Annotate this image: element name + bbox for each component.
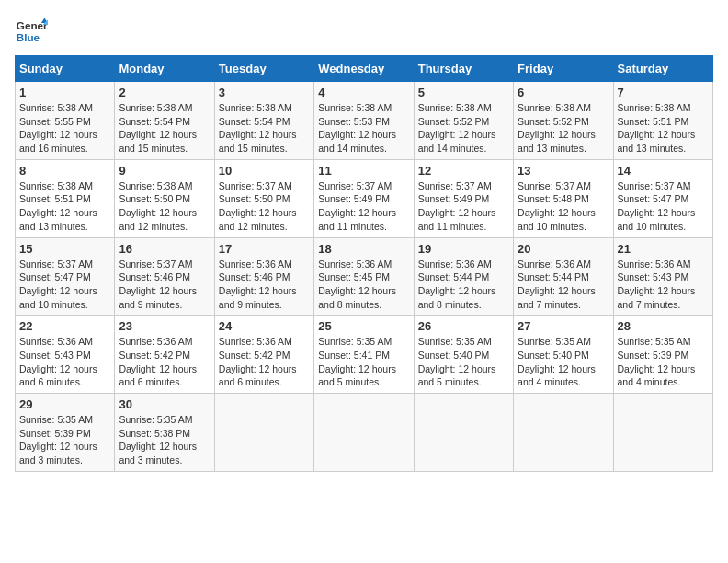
day-number: 3 bbox=[219, 86, 310, 99]
day-info: Sunrise: 5:35 AMSunset: 5:40 PMDaylight:… bbox=[418, 335, 509, 389]
day-number: 6 bbox=[518, 86, 609, 99]
day-number: 20 bbox=[518, 242, 609, 256]
day-info: Sunrise: 5:37 AMSunset: 5:47 PMDaylight:… bbox=[618, 179, 709, 234]
calendar-week-row: 29 Sunrise: 5:35 AMSunset: 5:39 PMDaylig… bbox=[16, 394, 713, 472]
day-number: 27 bbox=[518, 319, 609, 333]
calendar-day-cell: 9 Sunrise: 5:38 AMSunset: 5:50 PMDayligh… bbox=[115, 159, 214, 237]
day-number: 15 bbox=[19, 242, 110, 256]
calendar-day-cell: 15 Sunrise: 5:37 AMSunset: 5:47 PMDaylig… bbox=[16, 237, 115, 316]
day-number: 4 bbox=[318, 86, 409, 99]
day-info: Sunrise: 5:36 AMSunset: 5:42 PMDaylight:… bbox=[219, 335, 310, 389]
calendar-day-cell: 8 Sunrise: 5:38 AMSunset: 5:51 PMDayligh… bbox=[16, 159, 115, 237]
calendar-day-cell: 24 Sunrise: 5:36 AMSunset: 5:42 PMDaylig… bbox=[214, 316, 313, 394]
day-number: 24 bbox=[219, 319, 310, 333]
svg-text:Blue: Blue bbox=[17, 31, 40, 43]
day-info: Sunrise: 5:35 AMSunset: 5:39 PMDaylight:… bbox=[618, 335, 709, 389]
calendar-day-cell: 13 Sunrise: 5:37 AMSunset: 5:48 PMDaylig… bbox=[514, 159, 613, 237]
header-wednesday: Wednesday bbox=[314, 56, 414, 82]
calendar-day-cell bbox=[314, 394, 414, 472]
day-info: Sunrise: 5:38 AMSunset: 5:51 PMDaylight:… bbox=[618, 101, 709, 155]
calendar-day-cell bbox=[514, 394, 613, 472]
day-number: 9 bbox=[119, 164, 210, 178]
logo: General Blue bbox=[15, 15, 48, 48]
calendar-week-row: 1 Sunrise: 5:38 AMSunset: 5:55 PMDayligh… bbox=[16, 82, 713, 160]
day-info: Sunrise: 5:38 AMSunset: 5:50 PMDaylight:… bbox=[119, 179, 210, 234]
day-number: 28 bbox=[618, 319, 709, 333]
page-header: General Blue bbox=[15, 15, 713, 48]
day-info: Sunrise: 5:38 AMSunset: 5:52 PMDaylight:… bbox=[518, 101, 609, 155]
header-friday: Friday bbox=[514, 56, 613, 82]
calendar-day-cell: 14 Sunrise: 5:37 AMSunset: 5:47 PMDaylig… bbox=[613, 159, 712, 237]
calendar-day-cell: 21 Sunrise: 5:36 AMSunset: 5:43 PMDaylig… bbox=[613, 237, 712, 316]
calendar-day-cell: 23 Sunrise: 5:36 AMSunset: 5:42 PMDaylig… bbox=[115, 316, 214, 394]
day-number: 23 bbox=[119, 319, 210, 333]
calendar-day-cell: 30 Sunrise: 5:35 AMSunset: 5:38 PMDaylig… bbox=[115, 394, 214, 472]
calendar-day-cell: 3 Sunrise: 5:38 AMSunset: 5:54 PMDayligh… bbox=[214, 82, 313, 160]
calendar-day-cell: 20 Sunrise: 5:36 AMSunset: 5:44 PMDaylig… bbox=[514, 237, 613, 316]
day-info: Sunrise: 5:38 AMSunset: 5:54 PMDaylight:… bbox=[119, 101, 210, 155]
day-info: Sunrise: 5:37 AMSunset: 5:49 PMDaylight:… bbox=[418, 179, 509, 234]
calendar-day-cell: 5 Sunrise: 5:38 AMSunset: 5:52 PMDayligh… bbox=[414, 82, 513, 160]
calendar-week-row: 8 Sunrise: 5:38 AMSunset: 5:51 PMDayligh… bbox=[16, 159, 713, 237]
day-number: 8 bbox=[19, 164, 110, 178]
day-info: Sunrise: 5:36 AMSunset: 5:43 PMDaylight:… bbox=[618, 258, 709, 312]
calendar-week-row: 22 Sunrise: 5:36 AMSunset: 5:43 PMDaylig… bbox=[16, 316, 713, 394]
header-saturday: Saturday bbox=[613, 56, 712, 82]
day-info: Sunrise: 5:38 AMSunset: 5:51 PMDaylight:… bbox=[19, 179, 110, 234]
calendar-day-cell: 4 Sunrise: 5:38 AMSunset: 5:53 PMDayligh… bbox=[314, 82, 414, 160]
calendar-day-cell: 2 Sunrise: 5:38 AMSunset: 5:54 PMDayligh… bbox=[115, 82, 214, 160]
calendar-day-cell bbox=[214, 394, 313, 472]
calendar-day-cell: 12 Sunrise: 5:37 AMSunset: 5:49 PMDaylig… bbox=[414, 159, 513, 237]
day-number: 10 bbox=[219, 164, 310, 178]
header-sunday: Sunday bbox=[16, 56, 115, 82]
day-info: Sunrise: 5:38 AMSunset: 5:55 PMDaylight:… bbox=[19, 101, 110, 155]
calendar-day-cell: 16 Sunrise: 5:37 AMSunset: 5:46 PMDaylig… bbox=[115, 237, 214, 316]
day-number: 21 bbox=[618, 242, 709, 256]
day-number: 1 bbox=[19, 86, 110, 99]
day-number: 16 bbox=[119, 242, 210, 256]
day-number: 14 bbox=[618, 164, 709, 178]
day-number: 19 bbox=[418, 242, 509, 256]
calendar-day-cell bbox=[414, 394, 513, 472]
day-info: Sunrise: 5:38 AMSunset: 5:52 PMDaylight:… bbox=[418, 101, 509, 155]
day-info: Sunrise: 5:35 AMSunset: 5:38 PMDaylight:… bbox=[119, 413, 210, 467]
day-number: 5 bbox=[418, 86, 509, 99]
day-info: Sunrise: 5:37 AMSunset: 5:47 PMDaylight:… bbox=[19, 258, 110, 312]
day-info: Sunrise: 5:38 AMSunset: 5:53 PMDaylight:… bbox=[318, 101, 409, 155]
day-info: Sunrise: 5:35 AMSunset: 5:41 PMDaylight:… bbox=[318, 335, 409, 389]
calendar-table: SundayMondayTuesdayWednesdayThursdayFrid… bbox=[15, 55, 713, 472]
day-number: 11 bbox=[318, 164, 409, 178]
day-info: Sunrise: 5:36 AMSunset: 5:42 PMDaylight:… bbox=[119, 335, 210, 389]
day-number: 22 bbox=[19, 319, 110, 333]
calendar-day-cell: 11 Sunrise: 5:37 AMSunset: 5:49 PMDaylig… bbox=[314, 159, 414, 237]
day-number: 12 bbox=[418, 164, 509, 178]
calendar-day-cell: 18 Sunrise: 5:36 AMSunset: 5:45 PMDaylig… bbox=[314, 237, 414, 316]
calendar-day-cell: 19 Sunrise: 5:36 AMSunset: 5:44 PMDaylig… bbox=[414, 237, 513, 316]
calendar-day-cell: 1 Sunrise: 5:38 AMSunset: 5:55 PMDayligh… bbox=[16, 82, 115, 160]
day-number: 26 bbox=[418, 319, 509, 333]
calendar-day-cell: 6 Sunrise: 5:38 AMSunset: 5:52 PMDayligh… bbox=[514, 82, 613, 160]
day-info: Sunrise: 5:36 AMSunset: 5:44 PMDaylight:… bbox=[518, 258, 609, 312]
day-info: Sunrise: 5:37 AMSunset: 5:49 PMDaylight:… bbox=[318, 179, 409, 234]
header-thursday: Thursday bbox=[414, 56, 513, 82]
header-tuesday: Tuesday bbox=[214, 56, 313, 82]
calendar-day-cell: 25 Sunrise: 5:35 AMSunset: 5:41 PMDaylig… bbox=[314, 316, 414, 394]
calendar-day-cell: 10 Sunrise: 5:37 AMSunset: 5:50 PMDaylig… bbox=[214, 159, 313, 237]
day-number: 18 bbox=[318, 242, 409, 256]
day-info: Sunrise: 5:38 AMSunset: 5:54 PMDaylight:… bbox=[219, 101, 310, 155]
day-number: 2 bbox=[119, 86, 210, 99]
calendar-day-cell: 27 Sunrise: 5:35 AMSunset: 5:40 PMDaylig… bbox=[514, 316, 613, 394]
calendar-day-cell bbox=[613, 394, 712, 472]
day-info: Sunrise: 5:37 AMSunset: 5:46 PMDaylight:… bbox=[119, 258, 210, 312]
calendar-header-row: SundayMondayTuesdayWednesdayThursdayFrid… bbox=[16, 56, 713, 82]
day-info: Sunrise: 5:35 AMSunset: 5:40 PMDaylight:… bbox=[518, 335, 609, 389]
header-monday: Monday bbox=[115, 56, 214, 82]
day-number: 25 bbox=[318, 319, 409, 333]
day-info: Sunrise: 5:36 AMSunset: 5:45 PMDaylight:… bbox=[318, 258, 409, 312]
day-info: Sunrise: 5:36 AMSunset: 5:46 PMDaylight:… bbox=[219, 258, 310, 312]
day-info: Sunrise: 5:37 AMSunset: 5:50 PMDaylight:… bbox=[219, 179, 310, 234]
day-number: 17 bbox=[219, 242, 310, 256]
day-info: Sunrise: 5:36 AMSunset: 5:43 PMDaylight:… bbox=[19, 335, 110, 389]
day-number: 29 bbox=[19, 397, 110, 411]
calendar-day-cell: 7 Sunrise: 5:38 AMSunset: 5:51 PMDayligh… bbox=[613, 82, 712, 160]
